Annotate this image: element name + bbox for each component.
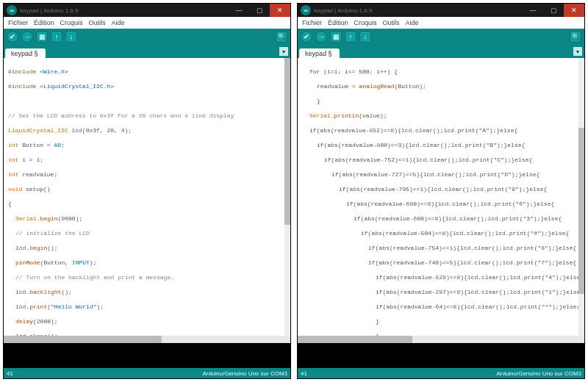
window-title: keypad | Arduino 1.6.9 [20, 7, 78, 14]
minimize-button[interactable]: — [229, 4, 249, 17]
status-bar: 41 Arduino/Genuino Uno sur COM3 [4, 368, 290, 378]
scroll-thumb[interactable] [578, 128, 584, 295]
window-title: keypad | Arduino 1.6.9 [314, 7, 372, 14]
upload-button[interactable]: → [315, 31, 327, 43]
save-button[interactable]: ↓ [65, 31, 77, 43]
menu-bar: Fichier Édition Croquis Outils Aide [4, 17, 290, 29]
serial-monitor-button[interactable]: 🔍 [570, 31, 581, 43]
menu-bar: Fichier Édition Croquis Outils Aide [298, 17, 584, 29]
close-button[interactable]: ✕ [564, 4, 584, 17]
tab-label: keypad § [11, 50, 38, 57]
code-editor[interactable]: for (i=1; i<= 500; i++) { readvalue = an… [298, 58, 578, 336]
editor-area: for (i=1; i<= 500; i++) { readvalue = an… [298, 58, 584, 336]
menu-edit[interactable]: Édition [328, 19, 348, 26]
vertical-scrollbar[interactable] [578, 58, 584, 336]
tab-menu-button[interactable]: ▾ [279, 46, 289, 57]
verify-button[interactable]: ✔ [7, 31, 18, 43]
upload-button[interactable]: → [21, 31, 33, 43]
minimize-button[interactable]: — [523, 4, 543, 17]
code-editor[interactable]: #include <Wire.h> #include <LiquidCrysta… [4, 58, 284, 336]
tab-menu-button[interactable]: ▾ [573, 46, 583, 57]
tab-keypad[interactable]: keypad § [299, 48, 340, 58]
output-console [298, 343, 584, 368]
arduino-window-right: ∞ keypad | Arduino 1.6.9 — ▢ ✕ Fichier É… [297, 3, 585, 379]
close-button[interactable]: ✕ [270, 4, 290, 17]
menu-help[interactable]: Aide [112, 19, 125, 26]
menu-help[interactable]: Aide [406, 19, 419, 26]
app-icon: ∞ [301, 5, 311, 15]
tab-label: keypad § [305, 50, 332, 57]
menu-sketch[interactable]: Croquis [60, 19, 83, 26]
open-button[interactable]: ↑ [51, 31, 62, 43]
status-board: Arduino/Genuino Uno sur COM3 [496, 370, 581, 377]
hscroll-thumb[interactable] [4, 336, 162, 343]
toolbar: ✔ → ▦ ↑ ↓ 🔍 [298, 29, 584, 45]
maximize-button[interactable]: ▢ [543, 4, 564, 17]
vertical-scrollbar[interactable] [284, 58, 290, 336]
toolbar: ✔ → ▦ ↑ ↓ 🔍 [4, 29, 290, 45]
menu-tools[interactable]: Outils [89, 19, 106, 26]
status-line-number: 41 [301, 370, 307, 377]
hscroll-thumb[interactable] [298, 336, 412, 343]
open-button[interactable]: ↑ [345, 31, 356, 43]
menu-sketch[interactable]: Croquis [354, 19, 377, 26]
maximize-button[interactable]: ▢ [249, 4, 270, 17]
output-console [4, 343, 290, 368]
new-button[interactable]: ▦ [330, 31, 342, 43]
status-line-number: 41 [7, 370, 13, 377]
tab-bar: keypad § ▾ [298, 45, 584, 58]
tab-keypad[interactable]: keypad § [5, 48, 46, 58]
menu-file[interactable]: Fichier [302, 19, 322, 26]
save-button[interactable]: ↓ [359, 31, 371, 43]
horizontal-scrollbar[interactable] [298, 336, 584, 343]
menu-file[interactable]: Fichier [8, 19, 28, 26]
status-board: Arduino/Genuino Uno sur COM3 [202, 370, 287, 377]
menu-tools[interactable]: Outils [383, 19, 400, 26]
app-icon: ∞ [7, 5, 17, 15]
serial-monitor-button[interactable]: 🔍 [276, 31, 287, 43]
tab-bar: keypad § ▾ [4, 45, 290, 58]
scroll-thumb[interactable] [284, 58, 290, 225]
arduino-window-left: ∞ keypad | Arduino 1.6.9 — ▢ ✕ Fichier É… [3, 3, 291, 379]
editor-area: #include <Wire.h> #include <LiquidCrysta… [4, 58, 290, 336]
verify-button[interactable]: ✔ [301, 31, 312, 43]
titlebar[interactable]: ∞ keypad | Arduino 1.6.9 — ▢ ✕ [298, 4, 584, 17]
new-button[interactable]: ▦ [36, 31, 48, 43]
menu-edit[interactable]: Édition [34, 19, 54, 26]
titlebar[interactable]: ∞ keypad | Arduino 1.6.9 — ▢ ✕ [4, 4, 290, 17]
horizontal-scrollbar[interactable] [4, 336, 290, 343]
status-bar: 41 Arduino/Genuino Uno sur COM3 [298, 368, 584, 378]
